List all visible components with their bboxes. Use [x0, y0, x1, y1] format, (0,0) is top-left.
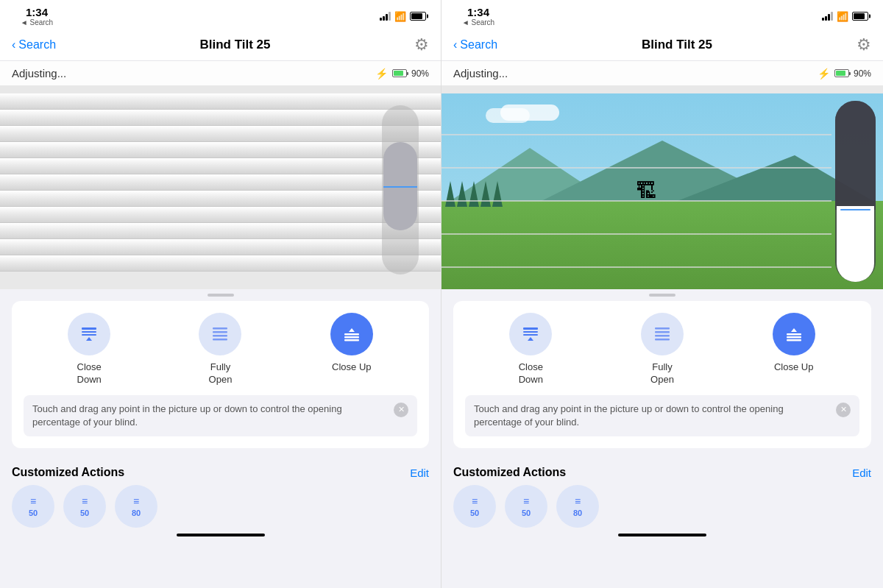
custom-btn-50b-right[interactable]: ≡ 50 — [505, 485, 547, 528]
nav-back-left[interactable]: ‹ Search — [12, 38, 56, 52]
status-time-left: 1:34 — [26, 6, 48, 18]
adjusting-text-left: Adjusting... — [12, 67, 66, 79]
bottom-content-right: CloseDown FullyOpen — [442, 289, 883, 539]
custom-actions-edit-left[interactable]: Edit — [410, 467, 429, 479]
custom-btn-80-right[interactable]: ≡ 80 — [556, 485, 599, 528]
svg-marker-3 — [86, 337, 92, 341]
custom-icon-50b-left: ≡ — [82, 495, 88, 507]
custom-num-50a-right: 50 — [470, 509, 479, 517]
custom-btn-50a-right[interactable]: ≡ 50 — [453, 485, 496, 528]
signal-bars-right — [822, 12, 833, 21]
scroll-dot-left — [208, 294, 234, 297]
slat — [0, 126, 441, 142]
status-icons-left: 📶 — [380, 11, 426, 22]
close-down-button-left[interactable]: CloseDown — [68, 313, 110, 386]
custom-actions-edit-right[interactable]: Edit — [852, 467, 871, 479]
slat — [0, 239, 441, 255]
svg-rect-11 — [344, 339, 359, 341]
svg-rect-0 — [82, 327, 96, 330]
tooltip-text-left: Touch and drag any point in the picture … — [32, 403, 388, 429]
battery-pct-right: 90% — [854, 68, 871, 79]
adjusting-bar-left: Adjusting... ⚡ 90% — [0, 61, 441, 85]
svg-rect-10 — [344, 336, 359, 339]
slat — [0, 110, 441, 126]
custom-num-50b-right: 50 — [522, 509, 531, 517]
landscape-scene-right: 🏗 — [442, 61, 883, 289]
custom-actions-title-left: Customized Actions — [12, 466, 124, 479]
svg-rect-27 — [655, 339, 670, 341]
custom-btn-50a-left[interactable]: ≡ 50 — [12, 485, 54, 528]
bluetooth-icon-left: ⚡ — [375, 68, 388, 79]
blind-line — [442, 233, 831, 235]
svg-marker-8 — [349, 328, 355, 332]
action-buttons-left: CloseDown FullyOpen — [24, 313, 417, 386]
right-panel: 1:34 ◄ Search 📶 ‹ Search Blind Tilt 25 ⚙… — [442, 0, 883, 588]
close-down-button-right[interactable]: CloseDown — [509, 313, 552, 386]
slider-track-left[interactable] — [382, 105, 419, 274]
svg-rect-22 — [523, 334, 538, 336]
svg-rect-24 — [655, 327, 670, 330]
blind-area-left[interactable]: Adjusting... ⚡ 90% — [0, 61, 441, 289]
nav-title-left: Blind Tilt 25 — [199, 38, 270, 52]
fully-open-button-left[interactable]: FullyOpen — [199, 313, 241, 386]
custom-btn-80-left[interactable]: ≡ 80 — [115, 485, 157, 528]
tooltip-text-right: Touch and drag any point in the picture … — [474, 403, 830, 429]
tooltip-left: Touch and drag any point in the picture … — [24, 395, 417, 436]
slat — [0, 255, 441, 272]
svg-rect-31 — [787, 339, 801, 341]
nav-title-right: Blind Tilt 25 — [642, 38, 712, 52]
actions-card-left: CloseDown FullyOpen — [12, 301, 429, 448]
fully-open-button-right[interactable]: FullyOpen — [641, 313, 684, 386]
slat — [0, 207, 441, 223]
close-down-circle-left — [68, 313, 110, 355]
custom-actions-left: Customized Actions Edit ≡ 50 ≡ 50 ≡ 80 — [12, 457, 429, 528]
home-indicator-left — [12, 528, 429, 539]
battery-green-right — [834, 69, 849, 77]
slider-track-right[interactable] — [835, 101, 876, 282]
close-up-button-right[interactable]: Close Up — [773, 313, 815, 386]
tooltip-close-btn-right[interactable]: ✕ — [836, 403, 851, 417]
slat — [0, 142, 441, 158]
custom-num-50a-left: 50 — [29, 509, 38, 517]
slat — [0, 223, 441, 239]
svg-rect-26 — [655, 335, 670, 337]
close-up-button-left[interactable]: Close Up — [330, 313, 373, 386]
svg-rect-9 — [344, 333, 359, 336]
custom-num-80-right: 80 — [573, 509, 582, 517]
close-up-label-left: Close Up — [332, 361, 371, 374]
custom-btn-50b-left[interactable]: ≡ 50 — [63, 485, 106, 528]
blind-lines-overlay — [442, 93, 883, 289]
close-up-icon-right — [784, 324, 804, 344]
slider-handle-left[interactable] — [383, 142, 417, 230]
slider-line-left — [383, 186, 417, 188]
adjusting-bar-right: Adjusting... ⚡ 90% — [442, 61, 883, 85]
tooltip-close-btn-left[interactable]: ✕ — [394, 403, 408, 417]
svg-rect-21 — [523, 331, 538, 333]
scroll-indicator-left — [12, 289, 429, 301]
slider-handle-right[interactable] — [837, 206, 874, 282]
nav-bar-left: ‹ Search Blind Tilt 25 ⚙ — [0, 29, 441, 61]
slat — [0, 158, 441, 174]
adjusting-text-right: Adjusting... — [453, 67, 508, 79]
close-down-label-right: CloseDown — [519, 361, 543, 386]
fully-open-icon-left — [210, 324, 230, 344]
blind-line — [442, 200, 831, 202]
status-bar-right: 1:34 ◄ Search 📶 — [442, 0, 883, 29]
battery-pct-left: 90% — [411, 68, 429, 79]
wifi-icon-right: 📶 — [837, 11, 848, 22]
close-down-circle-right — [509, 313, 552, 355]
nav-settings-icon-right[interactable]: ⚙ — [857, 35, 871, 54]
close-up-icon-left — [341, 324, 362, 344]
nav-back-right[interactable]: ‹ Search — [453, 38, 497, 52]
tooltip-right: Touch and drag any point in the picture … — [465, 395, 859, 436]
custom-btns-right: ≡ 50 ≡ 50 ≡ 80 — [453, 485, 871, 528]
home-indicator-right — [453, 528, 871, 539]
slat — [0, 93, 441, 110]
svg-rect-25 — [655, 331, 670, 333]
slat — [0, 174, 441, 191]
left-panel: 1:34 ◄ Search 📶 ‹ Search Blind Tilt 25 ⚙… — [0, 0, 442, 588]
nav-settings-icon-left[interactable]: ⚙ — [414, 35, 429, 54]
close-up-label-right: Close Up — [774, 361, 813, 374]
custom-icon-80-left: ≡ — [133, 495, 139, 507]
blind-area-right[interactable]: Adjusting... ⚡ 90% — [442, 61, 883, 289]
